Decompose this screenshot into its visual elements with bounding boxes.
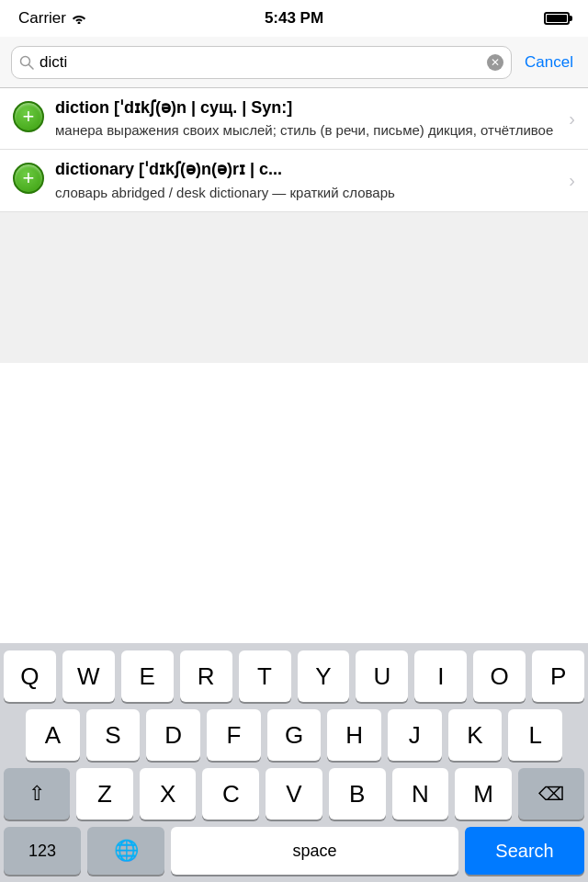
search-bar: ✕ Cancel [0,37,588,88]
status-right [544,12,570,25]
search-input[interactable] [40,53,481,72]
add-diction-button[interactable] [13,101,44,132]
key-v[interactable]: V [266,768,322,820]
chevron-right-icon: › [569,108,575,130]
key-q[interactable]: Q [4,650,56,702]
key-s[interactable]: S [86,709,141,761]
key-o[interactable]: O [473,650,526,702]
key-b[interactable]: B [329,768,386,820]
space-key[interactable]: space [171,827,458,875]
key-j[interactable]: J [388,709,442,761]
key-l[interactable]: L [508,709,562,761]
svg-line-2 [29,64,34,69]
key-123[interactable]: 123 [4,827,81,875]
key-i[interactable]: I [414,650,467,702]
keyboard-row-3: ⇧ Z X C V B N M ⌫ [0,768,588,820]
delete-key[interactable]: ⌫ [518,768,584,820]
add-dictionary-button[interactable] [13,163,44,194]
key-r[interactable]: R [180,650,232,702]
key-t[interactable]: T [239,650,291,702]
results-list: diction [ˈdɪkʃ(ə)n | сущ. | Syn:] манера… [0,88,588,212]
key-u[interactable]: U [356,650,408,702]
key-k[interactable]: K [448,709,503,761]
key-p[interactable]: P [532,650,584,702]
key-d[interactable]: D [146,709,200,761]
key-y[interactable]: Y [298,650,350,702]
keyboard: Q W E R T Y U I O P A S D F G H J K L ⇧ … [0,643,588,882]
result-diction-title: diction [ˈdɪkʃ(ə)n | сущ. | Syn:] [55,97,561,119]
key-w[interactable]: W [62,650,115,702]
key-n[interactable]: N [392,768,449,820]
search-icon [19,55,34,70]
result-diction-content: diction [ˈdɪkʃ(ə)n | сущ. | Syn:] манера… [55,97,561,140]
result-dictionary-content: dictionary [ˈdɪkʃ(ə)n(ə)rɪ | c... словар… [55,159,561,201]
key-z[interactable]: Z [76,768,133,820]
carrier-label: Carrier [18,9,86,28]
clear-button[interactable]: ✕ [487,54,503,71]
cancel-button[interactable]: Cancel [521,53,577,72]
result-item-dictionary[interactable]: dictionary [ˈdɪkʃ(ə)n(ə)rɪ | c... словар… [0,150,588,210]
keyboard-row-4: 123 🌐 space Search [0,827,588,875]
search-input-wrap[interactable]: ✕ [11,46,512,79]
wifi-icon [72,13,86,24]
svg-point-0 [77,22,80,25]
globe-key[interactable]: 🌐 [87,827,164,875]
key-g[interactable]: G [267,709,322,761]
key-e[interactable]: E [121,650,174,702]
content-area [0,212,588,363]
keyboard-row-2: A S D F G H J K L [0,709,588,761]
battery-icon [544,12,570,25]
key-x[interactable]: X [140,768,197,820]
result-dictionary-title: dictionary [ˈdɪkʃ(ə)n(ə)rɪ | c... [55,159,561,180]
result-diction-desc: манера выражения своих мыслей; стиль (в … [55,120,561,140]
key-f[interactable]: F [207,709,261,761]
key-h[interactable]: H [327,709,381,761]
search-key[interactable]: Search [465,827,584,875]
chevron-right-icon-2: › [569,170,575,191]
keyboard-row-1: Q W E R T Y U I O P [0,650,588,702]
key-a[interactable]: A [26,709,80,761]
key-c[interactable]: C [202,768,259,820]
status-time: 5:43 PM [265,9,323,28]
key-m[interactable]: M [455,768,512,820]
shift-key[interactable]: ⇧ [4,768,70,820]
result-dictionary-desc: словарь abridged / desk dictionary — кра… [55,183,561,202]
status-bar: Carrier 5:43 PM [0,0,588,37]
result-item-diction[interactable]: diction [ˈdɪkʃ(ə)n | сущ. | Syn:] манера… [0,88,588,150]
